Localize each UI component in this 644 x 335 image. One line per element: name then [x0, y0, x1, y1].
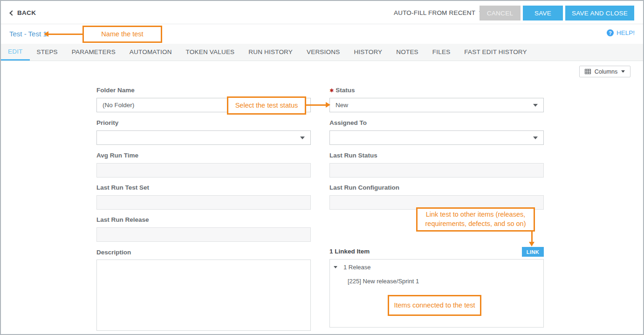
chevron-down-icon	[621, 70, 625, 73]
autofill-from-recent-dropdown[interactable]: AUTO-FILL FROM RECENT	[394, 1, 484, 24]
chevron-down-icon	[533, 104, 538, 107]
arrow-line	[306, 104, 326, 106]
linked-item[interactable]: [225] New release/Sprint 1	[348, 278, 419, 285]
autofill-label: AUTO-FILL FROM RECENT	[394, 9, 475, 16]
help-label: HELP!	[617, 29, 635, 36]
help-link[interactable]: ? HELP!	[607, 29, 635, 36]
tab-fast-edit-history[interactable]: FAST EDIT HISTORY	[457, 44, 534, 61]
back-chevron-icon	[9, 10, 14, 15]
priority-label: Priority	[96, 119, 118, 126]
top-action-bar: BACK AUTO-FILL FROM RECENT CANCEL SAVE S…	[1, 1, 643, 24]
tab-automation[interactable]: AUTOMATION	[123, 44, 179, 61]
tab-run-history[interactable]: RUN HISTORY	[241, 44, 300, 61]
save-button[interactable]: SAVE	[523, 6, 563, 21]
description-label: Description	[96, 249, 131, 256]
callout-select-status: Select the test status	[227, 96, 306, 115]
tree-expander-icon[interactable]	[334, 266, 337, 268]
tab-history[interactable]: HISTORY	[347, 44, 389, 61]
last-run-release-field	[96, 227, 311, 242]
columns-label: Columns	[595, 68, 617, 75]
linked-group-label: 1 Release	[343, 264, 371, 271]
last-run-configuration-label: Last Run Configuration	[329, 184, 399, 191]
cancel-button[interactable]: CANCEL	[480, 6, 521, 21]
help-icon: ?	[607, 29, 614, 36]
last-run-status-field	[329, 163, 544, 178]
chevron-down-icon	[533, 137, 538, 139]
linked-items-header: 1 Linked Item	[329, 248, 370, 255]
chevron-down-icon	[300, 137, 305, 139]
tab-bar: EDIT STEPS PARAMETERS AUTOMATION TOKEN V…	[1, 44, 643, 61]
assigned-to-label: Assigned To	[329, 119, 367, 126]
page-title[interactable]: Test - Test 1	[9, 30, 47, 38]
status-value: New	[336, 102, 348, 109]
grid-icon	[585, 69, 591, 74]
tab-token-values[interactable]: TOKEN VALUES	[179, 44, 242, 61]
callout-connected-items: Items connected to the test	[388, 295, 481, 316]
last-run-test-set-field	[96, 195, 311, 210]
app-window: BACK AUTO-FILL FROM RECENT CANCEL SAVE S…	[0, 0, 644, 335]
description-textarea[interactable]	[96, 260, 311, 331]
tab-parameters[interactable]: PARAMETERS	[65, 44, 123, 61]
arrow-line	[531, 231, 533, 242]
arrow-line	[48, 34, 82, 35]
tab-edit[interactable]: EDIT	[1, 44, 30, 61]
last-run-test-set-label: Last Run Test Set	[96, 184, 149, 191]
required-asterisk: ✱	[329, 88, 334, 93]
last-run-release-label: Last Run Release	[96, 216, 149, 223]
arrow-head-down-icon	[529, 242, 534, 246]
linked-group-release[interactable]: 1 Release	[334, 264, 371, 271]
folder-name-label: Folder Name	[96, 87, 135, 94]
avg-run-time-field	[96, 163, 311, 178]
last-run-status-label: Last Run Status	[329, 152, 377, 159]
tab-files[interactable]: FILES	[425, 44, 458, 61]
avg-run-time-label: Avg Run Time	[96, 152, 138, 159]
status-label: ✱Status	[329, 87, 355, 94]
status-label-text: Status	[336, 87, 355, 94]
arrow-head-left-icon	[44, 31, 48, 37]
back-label: BACK	[17, 9, 36, 16]
priority-select[interactable]	[96, 130, 311, 145]
back-button[interactable]: BACK	[10, 1, 36, 24]
tab-versions[interactable]: VERSIONS	[300, 44, 347, 61]
link-button[interactable]: LINK	[522, 247, 544, 257]
tab-notes[interactable]: NOTES	[389, 44, 425, 61]
callout-name-the-test: Name the test	[82, 26, 162, 43]
arrow-head-right-icon	[326, 102, 330, 108]
callout-link-items-line2: requirements, defects, and so on)	[425, 219, 526, 229]
folder-name-value: (No Folder)	[103, 102, 134, 109]
status-select[interactable]: New	[329, 98, 544, 112]
callout-link-items-line1: Link test to other items (releases,	[426, 210, 526, 219]
assigned-to-select[interactable]	[329, 130, 544, 145]
save-and-close-button[interactable]: SAVE AND CLOSE	[565, 6, 634, 21]
tab-steps[interactable]: STEPS	[30, 44, 65, 61]
callout-link-items: Link test to other items (releases, requ…	[416, 207, 535, 232]
columns-button[interactable]: Columns	[579, 66, 630, 77]
linked-items-panel: 1 Release [225] New release/Sprint 1	[329, 259, 544, 328]
